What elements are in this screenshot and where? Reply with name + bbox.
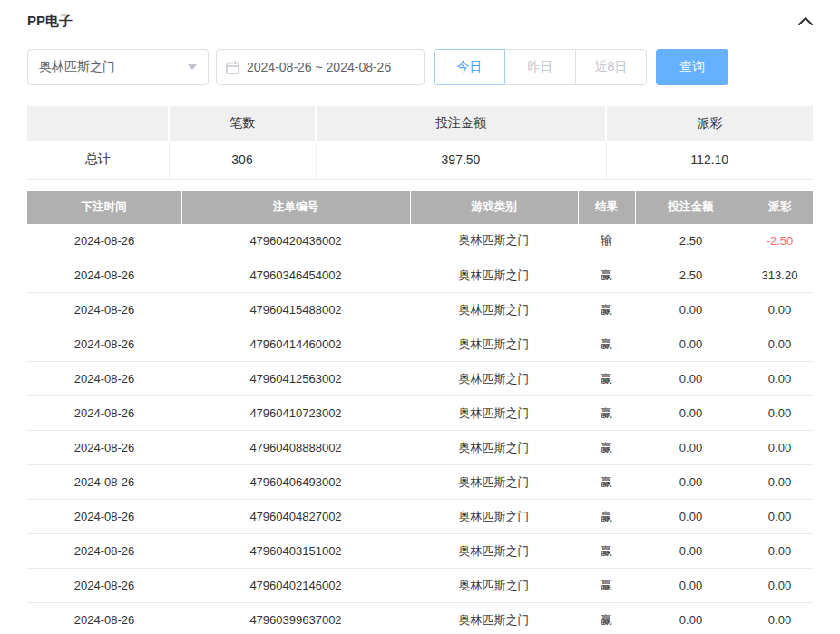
game-type-cell: 奥林匹斯之门 [410,431,578,465]
bet-time-cell: 2024-08-26 [27,431,181,465]
chevron-down-icon [188,64,197,70]
bet-amount-cell: 0.00 [635,396,747,431]
game-type-cell: 奥林匹斯之门 [410,396,578,431]
summary-header-payout: 派彩 [606,106,813,141]
bet-id-cell: 47960410723002 [181,396,410,431]
table-row: 2024-08-2647960420436002奥林匹斯之门输2.50-2.50 [27,224,813,258]
summary-header-count: 笔数 [169,106,316,141]
bet-id-cell: 47960402146002 [181,569,410,603]
table-row: 2024-08-2647960404827002奥林匹斯之门赢0.000.00 [27,500,813,534]
calendar-icon [226,61,239,74]
payout-cell: 0.00 [747,362,813,396]
game-type-cell: 奥林匹斯之门 [410,465,578,500]
table-row: 2024-08-2647960415488002奥林匹斯之门赢0.000.00 [27,293,813,327]
summary-total-bet-amount: 397.50 [316,141,606,179]
game-type-cell: 奥林匹斯之门 [410,569,578,603]
date-range-input[interactable]: 2024-08-26 ~ 2024-08-26 [216,49,425,85]
table-row: 2024-08-2647960399637002奥林匹斯之门赢0.000.00 [27,603,813,634]
payout-cell: 313.20 [747,258,813,293]
payout-cell: -2.50 [747,224,813,258]
bet-id-cell: 47960414460002 [181,327,410,362]
bet-time-cell: 2024-08-26 [27,534,181,569]
bet-amount-cell: 0.00 [635,465,747,500]
payout-cell: 0.00 [747,534,813,569]
bet-time-cell: 2024-08-26 [27,569,181,603]
summary-header-empty [27,106,169,141]
bet-amount-cell: 0.00 [635,327,747,362]
game-type-cell: 奥林匹斯之门 [410,293,578,327]
game-type-cell: 奥林匹斯之门 [410,362,578,396]
payout-cell: 0.00 [747,431,813,465]
bet-id-cell: 47960399637002 [181,603,410,634]
table-row: 2024-08-2647960412563002奥林匹斯之门赢0.000.00 [27,362,813,396]
bet-id-cell: 47960404827002 [181,500,410,534]
bet-time-cell: 2024-08-26 [27,224,181,258]
game-type-cell: 奥林匹斯之门 [410,500,578,534]
bet-time-cell: 2024-08-26 [27,258,181,293]
quick-range-button-group: 今日 昨日 近8日 [434,49,647,85]
bet-amount-cell: 0.00 [635,569,747,603]
result-cell: 赢 [578,327,635,362]
table-row: 2024-08-2647960402146002奥林匹斯之门赢0.000.00 [27,569,813,603]
summary-total-label: 总计 [27,141,169,179]
header-bet-time: 下注时间 [27,191,181,224]
query-button[interactable]: 查询 [656,49,728,85]
payout-cell: 0.00 [747,569,813,603]
header-payout: 派彩 [747,191,813,224]
result-cell: 赢 [578,569,635,603]
result-cell: 赢 [578,396,635,431]
header-bet-id: 注单编号 [181,191,410,224]
payout-cell: 0.00 [747,327,813,362]
result-cell: 赢 [578,465,635,500]
summary-section: 笔数 投注金额 派彩 总计 306 397.50 112.10 [27,106,813,180]
bet-amount-cell: 2.50 [635,224,747,258]
game-type-cell: 奥林匹斯之门 [410,258,578,293]
bet-id-cell: 47960403151002 [181,534,410,569]
bet-time-cell: 2024-08-26 [27,396,181,431]
result-cell: 赢 [578,431,635,465]
last-8-days-button[interactable]: 近8日 [575,49,647,85]
payout-cell: 0.00 [747,500,813,534]
bet-amount-cell: 0.00 [635,293,747,327]
summary-header-bet-amount: 投注金额 [316,106,606,141]
payout-cell: 0.00 [747,603,813,634]
result-cell: 赢 [578,500,635,534]
table-row: 2024-08-2647960346454002奥林匹斯之门赢2.50313.2… [27,258,813,293]
bet-id-cell: 47960346454002 [181,258,410,293]
summary-total-row: 总计 306 397.50 112.10 [27,141,813,179]
summary-total-count: 306 [169,141,316,179]
table-row: 2024-08-2647960410723002奥林匹斯之门赢0.000.00 [27,396,813,431]
chevron-up-icon[interactable] [798,16,813,25]
game-type-cell: 奥林匹斯之门 [410,534,578,569]
bet-table-header-row: 下注时间 注单编号 游戏类别 结果 投注金额 派彩 [27,191,813,224]
result-cell: 赢 [578,534,635,569]
bet-id-cell: 47960412563002 [181,362,410,396]
panel-header: PP电子 [27,0,813,42]
bet-time-cell: 2024-08-26 [27,500,181,534]
summary-total-payout: 112.10 [606,141,813,179]
table-row: 2024-08-2647960406493002奥林匹斯之门赢0.000.00 [27,465,813,500]
game-select[interactable]: 奥林匹斯之门 [27,49,209,85]
payout-cell: 0.00 [747,293,813,327]
table-row: 2024-08-2647960408888002奥林匹斯之门赢0.000.00 [27,431,813,465]
header-result: 结果 [578,191,635,224]
bet-id-cell: 47960406493002 [181,465,410,500]
bet-amount-cell: 0.00 [635,431,747,465]
game-type-cell: 奥林匹斯之门 [410,224,578,258]
header-bet-amount: 投注金额 [635,191,747,224]
game-type-cell: 奥林匹斯之门 [410,603,578,634]
today-button[interactable]: 今日 [434,49,505,85]
result-cell: 赢 [578,293,635,327]
panel-title: PP电子 [27,13,73,30]
bet-time-cell: 2024-08-26 [27,293,181,327]
result-cell: 赢 [578,603,635,634]
bet-id-cell: 47960415488002 [181,293,410,327]
payout-cell: 0.00 [747,396,813,431]
bet-time-cell: 2024-08-26 [27,603,181,634]
yesterday-button[interactable]: 昨日 [504,49,576,85]
bet-time-cell: 2024-08-26 [27,465,181,500]
bet-amount-cell: 0.00 [635,603,747,634]
bet-id-cell: 47960420436002 [181,224,410,258]
summary-table: 笔数 投注金额 派彩 总计 306 397.50 112.10 [27,106,813,180]
bet-amount-cell: 2.50 [635,258,747,293]
